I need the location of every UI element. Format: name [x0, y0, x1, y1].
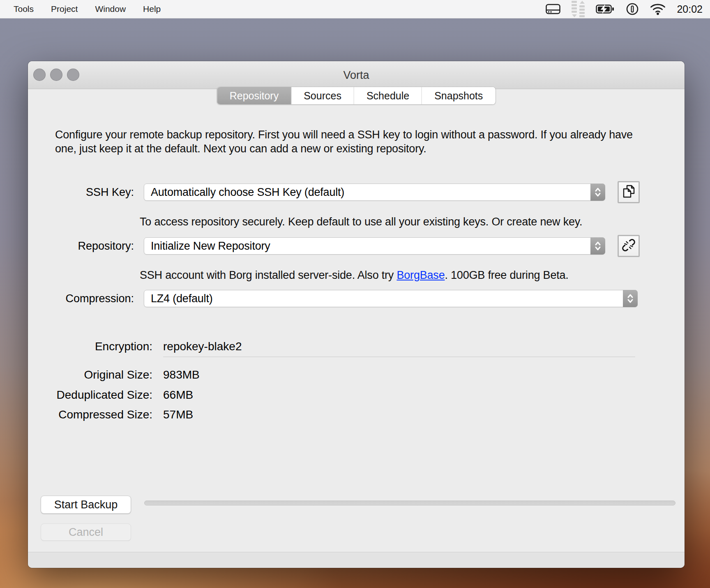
- cancel-button[interactable]: Cancel: [41, 524, 131, 541]
- deduplicated-size-label: Deduplicated Size:: [28, 388, 152, 402]
- menu-bar: Tools Project Window Help: [0, 0, 710, 18]
- vorta-window: Vorta Repository Sources Schedule Snapsh…: [28, 61, 685, 568]
- power-icon[interactable]: [626, 2, 639, 16]
- borgbase-link[interactable]: BorgBase: [396, 269, 445, 281]
- compression-label: Compression:: [28, 290, 134, 307]
- traffic-lights: [33, 69, 79, 81]
- battery-charging-icon[interactable]: [596, 4, 615, 14]
- unlink-icon: [622, 238, 636, 254]
- menu-items: Tools Project Window Help: [0, 0, 169, 18]
- menu-item-tools[interactable]: Tools: [5, 0, 42, 18]
- menu-status-area: 20:02: [546, 1, 710, 17]
- tab-schedule[interactable]: Schedule: [354, 87, 422, 104]
- menu-clock[interactable]: 20:02: [677, 3, 703, 15]
- chevron-up-down-icon: [590, 237, 605, 255]
- copy-icon: [622, 184, 636, 200]
- external-drive-icon[interactable]: [546, 4, 560, 14]
- menu-item-window[interactable]: Window: [86, 0, 134, 18]
- unlink-repository-button[interactable]: [618, 235, 640, 257]
- tab-repository[interactable]: Repository: [217, 87, 292, 104]
- encryption-value: repokey-blake2: [163, 340, 242, 353]
- wifi-icon[interactable]: [650, 3, 666, 15]
- deduplicated-size-value: 66MB: [163, 388, 193, 402]
- window-title: Vorta: [110, 61, 602, 89]
- compression-selected-value: LZ4 (default): [151, 290, 619, 307]
- start-backup-button[interactable]: Start Backup: [41, 496, 131, 514]
- ssh-key-help-text: To access repository securely. Keep defa…: [140, 216, 582, 228]
- encryption-label: Encryption:: [28, 340, 152, 353]
- description-text: Configure your remote backup repository.…: [55, 128, 633, 156]
- copy-ssh-key-button[interactable]: [618, 181, 640, 203]
- tab-sources[interactable]: Sources: [291, 87, 354, 104]
- stacks-left-column: [572, 1, 577, 17]
- tab-bar: Repository Sources Schedule Snapshots: [217, 87, 496, 105]
- stacks-icon[interactable]: [572, 1, 585, 17]
- repository-select[interactable]: Initialize New Repository: [144, 237, 605, 255]
- desktop: Tools Project Window Help: [0, 0, 710, 588]
- ssh-key-label: SSH Key:: [28, 184, 134, 201]
- menu-item-project[interactable]: Project: [42, 0, 86, 18]
- description-line-2: one, just keep it at the default. Next y…: [55, 142, 633, 156]
- original-size-label: Original Size:: [28, 368, 152, 381]
- description-line-1: Configure your remote backup repository.…: [55, 128, 633, 142]
- window-titlebar[interactable]: Vorta: [28, 61, 685, 89]
- compressed-size-value: 57MB: [163, 408, 193, 421]
- repository-help-prefix: SSH account with Borg installed server-s…: [140, 269, 396, 281]
- original-size-value: 983MB: [163, 368, 200, 381]
- stacks-right-column: [579, 1, 585, 17]
- ssh-key-selected-value: Automatically choose SSH Key (default): [151, 184, 587, 200]
- compressed-size-label: Compressed Size:: [28, 408, 152, 421]
- ssh-key-select[interactable]: Automatically choose SSH Key (default): [144, 184, 605, 201]
- info-divider: [163, 356, 635, 357]
- close-button[interactable]: [33, 69, 46, 81]
- chevron-up-down-icon: [590, 184, 605, 201]
- compression-select[interactable]: LZ4 (default): [144, 290, 638, 307]
- tab-snapshots[interactable]: Snapshots: [422, 87, 495, 104]
- repository-help-suffix: . 100GB free during Beta.: [445, 269, 568, 281]
- minimize-button[interactable]: [50, 69, 62, 81]
- window-footer: [28, 552, 685, 568]
- repository-selected-value: Initialize New Repository: [151, 238, 587, 254]
- menu-item-help[interactable]: Help: [134, 0, 169, 18]
- chevron-up-down-icon: [623, 290, 638, 307]
- repository-label: Repository:: [28, 237, 134, 255]
- repository-help-text: SSH account with Borg installed server-s…: [140, 269, 569, 282]
- backup-progress-bar: [144, 501, 675, 505]
- zoom-button[interactable]: [67, 69, 79, 81]
